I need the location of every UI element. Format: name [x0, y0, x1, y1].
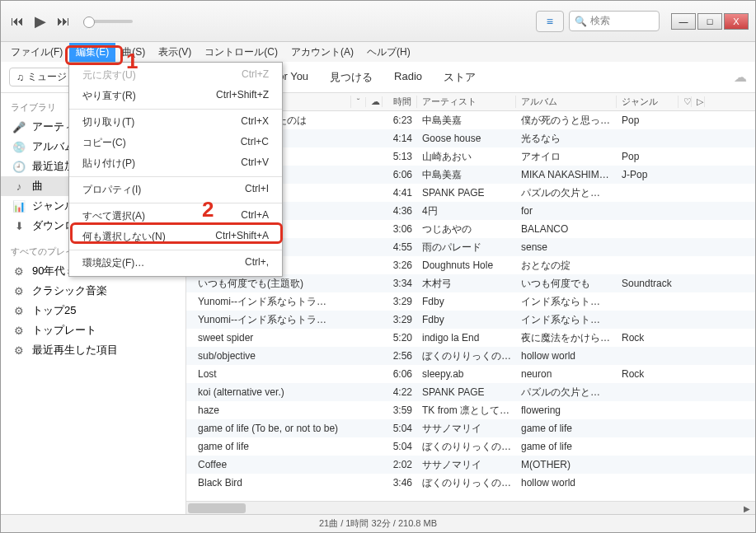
sidebar-playlist-item-4[interactable]: ⚙最近再生した項目 [1, 340, 185, 360]
play-button[interactable]: ▶ [31, 12, 50, 31]
view-list-button[interactable]: ≡ [536, 11, 564, 32]
cell-album: パズルの欠片と… [516, 186, 617, 200]
sidebar-lib-item-icon-3: ♪ [12, 180, 26, 193]
cell-time: 3:29 [383, 314, 417, 325]
cell-time: 4:22 [383, 386, 417, 398]
menu-item-label: コピー(C) [82, 136, 126, 150]
cell-artist: 山崎あおい [417, 150, 516, 164]
prev-button[interactable]: ⏮ [7, 12, 27, 31]
table-row[interactable]: Coffee2:02ササノマリイM(OTHER) [186, 456, 755, 474]
menu-ヘルプ[interactable]: ヘルプ(H) [360, 43, 417, 62]
col-plays-icon[interactable]: ▷ [692, 96, 705, 107]
table-row[interactable]: Lost6:06sleepy.abneuronRock [186, 365, 755, 383]
menu-item-4[interactable]: コピー(C)Ctrl+C [69, 133, 282, 153]
sidebar-playlist-item-2[interactable]: ⚙トップ25 [1, 301, 185, 320]
minimize-button[interactable]: — [671, 13, 696, 30]
search-icon: 🔍 [575, 16, 587, 27]
menu-アカウント[interactable]: アカウント(A) [284, 43, 360, 62]
table-row[interactable]: Yunomi--インド系ならトラ…3:29Fdbyインド系ならト… [186, 311, 755, 329]
menu-item-7[interactable]: プロパティ(I)Ctrl+I [69, 180, 282, 200]
cell-album: インド系ならト… [516, 313, 617, 327]
cell-artist: SPANK PAGE [417, 386, 516, 398]
col-cloud-icon[interactable]: ☁ [366, 96, 383, 107]
menu-item-label: 何も選択しない(N) [82, 230, 166, 244]
nav-tab-4[interactable]: ストア [442, 67, 477, 88]
cell-name: haze [186, 404, 351, 416]
cell-album: 光るなら [516, 132, 617, 146]
cell-time: 4:41 [383, 187, 417, 199]
menu-item-3[interactable]: 切り取り(T)Ctrl+X [69, 112, 282, 133]
col-artist[interactable]: アーティスト [417, 96, 516, 108]
menu-コントロール[interactable]: コントロール(C) [198, 43, 284, 62]
sidebar-lib-item-icon-0: 🎤 [12, 121, 26, 133]
table-row[interactable]: game of life (To be, or not to be)5:04ササ… [186, 419, 755, 437]
menu-item-label: すべて選択(A) [82, 209, 145, 223]
col-time[interactable]: 時間 [383, 96, 417, 108]
menu-item-12[interactable]: 環境設定(F)…Ctrl+, [69, 253, 282, 274]
menu-表示[interactable]: 表示(V) [152, 43, 198, 62]
cell-time: 3:29 [383, 296, 417, 307]
table-row[interactable]: sweet spider5:20indigo la End夜に魔法をかけら…Ro… [186, 329, 755, 347]
next-button[interactable]: ⏭ [54, 12, 73, 31]
cell-time: 6:06 [383, 169, 417, 180]
cell-time: 3:46 [383, 477, 417, 489]
cell-artist: SPANK PAGE [417, 187, 516, 199]
cell-name: Yunomi--インド系ならトラ… [186, 295, 351, 309]
menu-separator [69, 176, 282, 177]
nav-tab-2[interactable]: 見つける [328, 67, 374, 88]
status-bar: 21曲 / 1時間 32分 / 210.8 MB [1, 514, 755, 532]
cell-artist: ササノマリイ [417, 458, 516, 472]
nav-tab-3[interactable]: Radio [392, 67, 424, 88]
menu-編集[interactable]: 編集(E) [69, 43, 115, 62]
table-row[interactable]: sub/objective2:56ぼくのりりっくの…hollow world [186, 347, 755, 365]
table-row[interactable]: Yunomi--インド系ならトラ…3:29Fdbyインド系ならト… [186, 292, 755, 311]
table-row[interactable]: いつも何度でも(主題歌)3:34木村弓いつも何度でもSoundtrack [186, 274, 755, 292]
cell-artist: Fdby [417, 296, 516, 307]
volume-slider[interactable] [83, 20, 133, 23]
cell-album: game of life [516, 423, 617, 434]
cell-time: 4:14 [383, 133, 417, 144]
scroll-right-icon[interactable]: ▶ [740, 502, 754, 514]
col-genre[interactable]: ジャンル [617, 96, 679, 108]
cell-album: for [516, 205, 617, 217]
menu-item-1[interactable]: やり直す(R)Ctrl+Shift+Z [69, 86, 282, 106]
cell-genre: Soundtrack [617, 278, 679, 289]
cell-time: 6:23 [383, 115, 417, 126]
close-button[interactable]: X [724, 13, 749, 30]
sidebar-lib-item-label-3: 曲 [32, 179, 43, 194]
menu-item-label: 切り取り(T) [82, 115, 134, 129]
cell-artist: 4円 [417, 204, 516, 218]
cell-genre: J-Pop [617, 169, 679, 180]
table-row[interactable]: game of life5:04ぼくのりりっくの…game of life [186, 437, 755, 456]
cell-name: sweet spider [186, 332, 351, 344]
horizontal-scrollbar[interactable]: ▶ [186, 501, 755, 514]
scrollbar-thumb[interactable] [188, 503, 246, 513]
cell-name: Coffee [186, 459, 351, 470]
cell-album: おとなの掟 [516, 259, 617, 273]
menu-separator [69, 250, 282, 250]
col-album[interactable]: アルバム [516, 96, 617, 108]
menu-item-9[interactable]: すべて選択(A)Ctrl+A [69, 206, 282, 227]
sidebar-playlist-item-3[interactable]: ⚙トップレート [1, 320, 185, 340]
col-heart-icon[interactable]: ♡ [679, 96, 692, 107]
menu-separator [69, 203, 282, 203]
menu-item-5[interactable]: 貼り付け(P)Ctrl+V [69, 153, 282, 174]
sidebar-playlist-item-1[interactable]: ⚙クラシック音楽 [1, 281, 185, 301]
search-input[interactable]: 🔍 検索 [569, 11, 660, 31]
sidebar-playlist-item-icon-3: ⚙ [12, 325, 26, 337]
menu-separator [69, 109, 282, 110]
menu-item-label: やり直す(R) [82, 89, 136, 103]
maximize-button[interactable]: □ [697, 13, 722, 30]
table-row[interactable]: Black Bird3:46ぼくのりりっくの…hollow world [186, 474, 755, 492]
cell-name: game of life (To be, or not to be) [186, 423, 351, 434]
cell-artist: indigo la End [417, 332, 516, 344]
cell-album: M(OTHER) [516, 459, 617, 470]
menu-ファイル[interactable]: ファイル(F) [4, 43, 69, 62]
cloud-icon[interactable]: ☁ [734, 69, 747, 85]
cell-artist: Doughnuts Hole [417, 259, 516, 271]
table-row[interactable]: haze3:59TK from 凛として…flowering [186, 401, 755, 419]
cell-genre: Pop [617, 115, 679, 126]
menu-item-10[interactable]: 何も選択しない(N)Ctrl+Shift+A [69, 227, 282, 247]
col-sort-icon[interactable]: ˇ [351, 97, 366, 107]
table-row[interactable]: koi (alternative ver.)4:22SPANK PAGEパズルの… [186, 383, 755, 401]
